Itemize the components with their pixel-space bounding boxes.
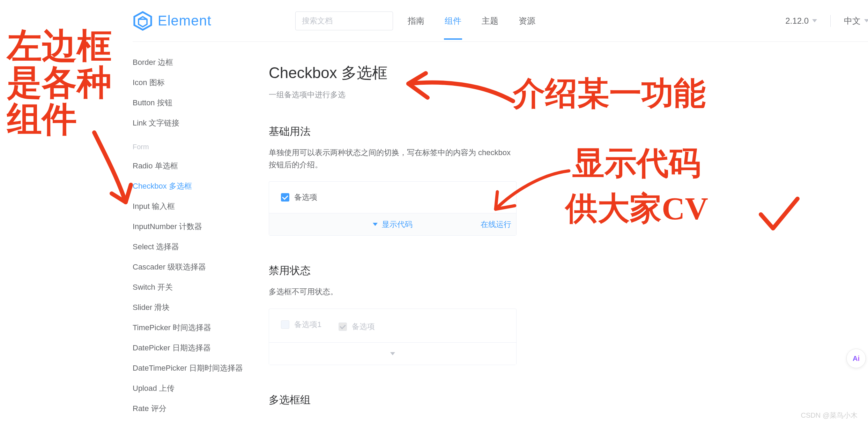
checkbox-disabled: 备选项1 — [281, 319, 321, 330]
version-label: 2.12.0 — [785, 16, 809, 26]
caret-down-icon — [373, 223, 378, 226]
show-code-toggle[interactable] — [269, 342, 516, 365]
content: Checkbox 多选框 一组备选项中进行多选 基础用法 单独使用可以表示两种状… — [269, 42, 520, 419]
language-select[interactable]: 中文 — [844, 15, 868, 26]
sidebar-item[interactable]: Border 边框 — [133, 52, 269, 73]
section-disabled-heading: 禁用状态 — [269, 264, 517, 278]
language-label: 中文 — [844, 15, 861, 26]
ai-badge-label: Ai — [853, 355, 860, 363]
show-code-toggle[interactable]: 显示代码 在线运行 — [269, 213, 516, 235]
show-code-label: 显示代码 — [382, 219, 413, 230]
version-select[interactable]: 2.12.0 — [785, 16, 817, 26]
sidebar-item[interactable]: Link 文字链接 — [133, 113, 269, 133]
nav-guide[interactable]: 指南 — [407, 2, 425, 40]
demo-basic: 备选项 显示代码 在线运行 — [269, 181, 517, 236]
sidebar-item[interactable]: Icon 图标 — [133, 73, 269, 93]
sidebar-item[interactable]: Button 按钮 — [133, 93, 269, 113]
sidebar-item-timepicker[interactable]: TimePicker 时间选择器 — [133, 318, 269, 338]
sidebar-item-input[interactable]: Input 输入框 — [133, 196, 269, 217]
checkbox-icon — [281, 320, 289, 329]
sidebar-item-radio[interactable]: Radio 单选框 — [133, 156, 269, 176]
watermark: CSDN @菜鸟小木 — [801, 411, 858, 420]
checkbox-label: 备选项1 — [294, 319, 321, 330]
sidebar-item-cascader[interactable]: Cascader 级联选择器 — [133, 257, 269, 277]
nav-theme[interactable]: 主题 — [481, 2, 499, 40]
search-input[interactable] — [295, 12, 393, 30]
page-title: Checkbox 多选框 — [269, 63, 517, 83]
sidebar-item-select[interactable]: Select 选择器 — [133, 237, 269, 257]
sidebar-item-rate[interactable]: Rate 评分 — [133, 399, 269, 419]
sidebar-item-datetimepicker[interactable]: DateTimePicker 日期时间选择器 — [133, 358, 269, 378]
header: Element 指南 组件 主题 资源 2.12.0 中文 — [133, 0, 868, 42]
checkbox-disabled-checked: 备选项 — [339, 321, 375, 332]
section-disabled-desc: 多选框不可用状态。 — [269, 286, 517, 298]
section-basic-heading: 基础用法 — [269, 124, 517, 139]
sidebar-item-slider[interactable]: Slider 滑块 — [133, 297, 269, 318]
sidebar: Border 边框 Icon 图标 Button 按钮 Link 文字链接 Fo… — [133, 42, 269, 419]
logo-text: Element — [158, 13, 212, 29]
demo-disabled: 备选项1 备选项 — [269, 309, 517, 365]
checkbox-label: 备选项 — [352, 321, 375, 332]
sidebar-item-inputnumber[interactable]: InputNumber 计数器 — [133, 217, 269, 237]
sidebar-item-switch[interactable]: Switch 开关 — [133, 277, 269, 297]
nav-component[interactable]: 组件 — [444, 2, 462, 40]
divider — [830, 15, 831, 27]
checkbox-icon — [281, 193, 289, 202]
sidebar-group-form: Form — [133, 133, 269, 156]
checkbox-option[interactable]: 备选项 — [281, 192, 317, 203]
chevron-down-icon — [812, 19, 817, 22]
logo[interactable]: Element — [133, 11, 212, 31]
checkbox-icon — [339, 322, 347, 331]
chevron-down-icon — [864, 19, 868, 22]
sidebar-item-upload[interactable]: Upload 上传 — [133, 378, 269, 399]
online-run-link[interactable]: 在线运行 — [481, 219, 511, 230]
sidebar-item-datepicker[interactable]: DatePicker 日期选择器 — [133, 338, 269, 358]
caret-down-icon — [390, 352, 395, 355]
top-nav: 指南 组件 主题 资源 — [407, 2, 536, 40]
page-subtitle: 一组备选项中进行多选 — [269, 90, 517, 100]
logo-icon — [133, 11, 153, 31]
ai-badge[interactable]: Ai — [846, 349, 866, 368]
section-basic-desc: 单独使用可以表示两种状态之间的切换，写在标签中的内容为 checkbox 按钮后… — [269, 146, 517, 171]
nav-resource[interactable]: 资源 — [518, 2, 536, 40]
annotation-left: 左边框 是各种 组件 — [7, 28, 126, 138]
checkbox-label: 备选项 — [294, 192, 317, 203]
sidebar-item-checkbox[interactable]: Checkbox 多选框 — [133, 176, 269, 196]
section-group-heading: 多选框组 — [269, 393, 517, 407]
